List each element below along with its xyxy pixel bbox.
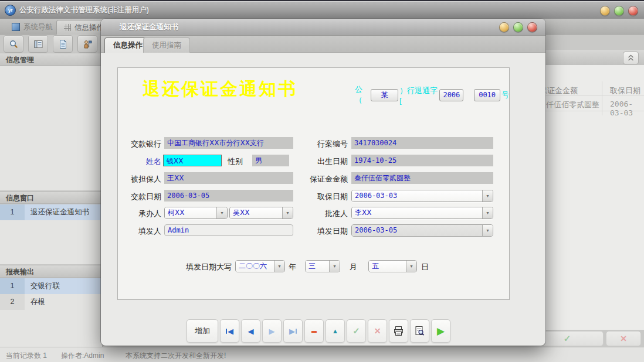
label-approver: 批准人: [295, 209, 348, 219]
main-titlebar: yf 公安行政法律文书管理系统(非注册用户): [0, 0, 644, 19]
dialog-tabbar: 信息操作 使用指南: [101, 36, 545, 53]
dropdown-arrow-icon[interactable]: ▼: [406, 261, 416, 272]
last-record-icon: ▶: [289, 327, 297, 336]
select-approver[interactable]: 李ⅩⅩ ▼: [351, 207, 493, 219]
label-issue-date: 填发日期: [295, 226, 348, 237]
label-payment-bank: 交款银行: [126, 139, 161, 149]
search-button[interactable]: [4, 35, 23, 53]
field-case-number[interactable]: 3417030024: [351, 137, 493, 149]
select-handler-1[interactable]: 柯ⅩⅩ ▼: [164, 207, 228, 219]
section-header-report-output[interactable]: 报表输出: [0, 265, 102, 278]
select-capital-day[interactable]: 五 ▼: [368, 260, 417, 272]
docnum-year-input[interactable]: 2006: [439, 89, 463, 101]
run-report-button[interactable]: ▶: [431, 319, 450, 343]
delete-icon: ▬: [311, 328, 317, 334]
docnum-prefix: 公（: [355, 84, 370, 105]
tab-label: 信息操作: [74, 23, 104, 33]
list-item[interactable]: 2 存根: [0, 294, 102, 310]
field-gender[interactable]: 男: [252, 155, 289, 166]
field-issuer[interactable]: Admin: [164, 224, 293, 236]
dialog-title: 退还保证金通知书: [120, 22, 178, 32]
cancel-button[interactable]: ✕: [368, 319, 387, 343]
dropdown-arrow-icon[interactable]: ▼: [482, 190, 493, 202]
record-toolbar: 增加 ◀ ◀ ▶ ▶ ▬ ▲ ✓ ✕: [187, 319, 450, 343]
check-icon: ✓: [352, 326, 360, 336]
document-button[interactable]: [53, 35, 73, 53]
label-deposit-amount: 保证金金额: [295, 174, 348, 185]
dialog-refund-notice: 退还保证金通知书 信息操作 使用指南 退还保证金通知书 公（ 某 ）行退通字[ …: [101, 19, 545, 346]
select-value: 二〇〇六: [236, 261, 274, 272]
list-item[interactable]: 1 退还保证金通知书: [0, 204, 102, 220]
status-bar: 当前记录数 1 操作者:Admin 本系统支持二次开发和全新开发!: [0, 347, 644, 362]
collapse-panel-button[interactable]: [623, 52, 639, 64]
dropdown-arrow-icon[interactable]: ▼: [282, 207, 293, 218]
dialog-minimize-button[interactable]: [499, 22, 509, 32]
field-guaranteed-person[interactable]: 王ⅩⅩ: [164, 172, 293, 184]
grid-icon: [64, 24, 71, 31]
edit-record-button[interactable]: ▲: [326, 319, 345, 343]
dropdown-arrow-icon[interactable]: ▼: [482, 207, 493, 218]
field-payment-bank[interactable]: 中国工商银行ⅩⅩ市分行ⅩⅩ支行: [164, 137, 293, 149]
row-label: 存根: [25, 297, 102, 307]
list-item[interactable]: 1 交银行联: [0, 278, 102, 294]
select-handler-2[interactable]: 吴ⅩⅩ ▼: [229, 207, 293, 219]
previous-record-icon: ◀: [248, 327, 254, 336]
label-year-unit: 年: [289, 262, 296, 272]
label-bail-date: 取保日期: [295, 192, 348, 202]
field-payment-date[interactable]: 2006-03-05: [164, 190, 293, 202]
select-capital-year[interactable]: 二〇〇六 ▼: [235, 260, 285, 272]
select-issue-date[interactable]: 2006-03-05 ▼: [351, 224, 493, 237]
bg-cancel-button[interactable]: ✕: [606, 331, 641, 346]
operator-button[interactable]: [77, 35, 97, 53]
row-label: 退还保证金通知书: [25, 204, 102, 220]
close-button[interactable]: [628, 6, 638, 16]
section-header-info-management[interactable]: 信息管理: [0, 53, 102, 66]
record-list-button[interactable]: [28, 35, 48, 53]
previous-record-button[interactable]: ◀: [241, 319, 260, 343]
section-header-info-window[interactable]: 信息窗口: [0, 191, 102, 204]
status-record-count: 当前记录数 1: [6, 351, 47, 361]
square-icon: [12, 23, 20, 31]
dropdown-arrow-icon[interactable]: ▼: [482, 225, 493, 236]
list-icon: [33, 39, 43, 49]
add-record-button[interactable]: 增加: [187, 319, 218, 343]
select-capital-month[interactable]: 三 ▼: [305, 260, 340, 272]
docnum-org-input[interactable]: 某: [371, 89, 398, 101]
select-value: 吴ⅩⅩ: [230, 207, 282, 218]
run-icon: ▶: [437, 325, 445, 337]
dropdown-arrow-icon[interactable]: ▼: [329, 261, 340, 272]
row-index: 1: [0, 278, 25, 294]
main-window-controls: [600, 6, 638, 16]
dialog-maximize-button[interactable]: [513, 22, 523, 32]
row-index: 1: [0, 204, 25, 220]
confirm-button[interactable]: ✓: [347, 319, 366, 343]
chevrons-up-icon: [628, 54, 634, 62]
grid-cell-amount: 叁仟伍佰零贰圆整: [538, 100, 599, 110]
docnum-serial-input[interactable]: 0010: [474, 89, 500, 101]
select-bail-date[interactable]: 2006-03-03 ▼: [351, 190, 493, 202]
minimize-button[interactable]: [600, 6, 610, 16]
label-payment-date: 交款日期: [126, 192, 161, 202]
maximize-button[interactable]: [614, 6, 624, 16]
first-record-button[interactable]: ◀: [220, 319, 239, 343]
dialog-tab-user-guide[interactable]: 使用指南: [143, 37, 190, 53]
print-button[interactable]: [389, 319, 408, 343]
dropdown-arrow-icon[interactable]: ▼: [274, 261, 284, 272]
docnum-suffix: 号: [501, 90, 509, 100]
next-record-button[interactable]: ▶: [262, 319, 282, 343]
dropdown-arrow-icon[interactable]: ▼: [216, 207, 227, 218]
label-case-number: 行案编号: [295, 139, 348, 149]
document-icon: [58, 39, 68, 49]
field-birth-date[interactable]: 1974-10-25: [351, 155, 493, 166]
dialog-close-button[interactable]: [527, 22, 537, 32]
field-name[interactable]: 钱ⅩⅩ: [163, 155, 222, 166]
field-deposit-amount[interactable]: 叁仟伍佰零贰圆整: [351, 172, 493, 184]
print-preview-button[interactable]: [410, 319, 429, 343]
tab-system-navigation[interactable]: 系统导航: [5, 20, 60, 34]
label-gender: 性别: [228, 156, 243, 167]
delete-record-button[interactable]: ▬: [304, 319, 324, 343]
last-record-button[interactable]: ▶: [283, 319, 303, 343]
select-value: 李ⅩⅩ: [352, 207, 482, 218]
dialog-titlebar[interactable]: 退还保证金通知书: [101, 19, 545, 36]
edit-icon: ▲: [332, 327, 338, 334]
